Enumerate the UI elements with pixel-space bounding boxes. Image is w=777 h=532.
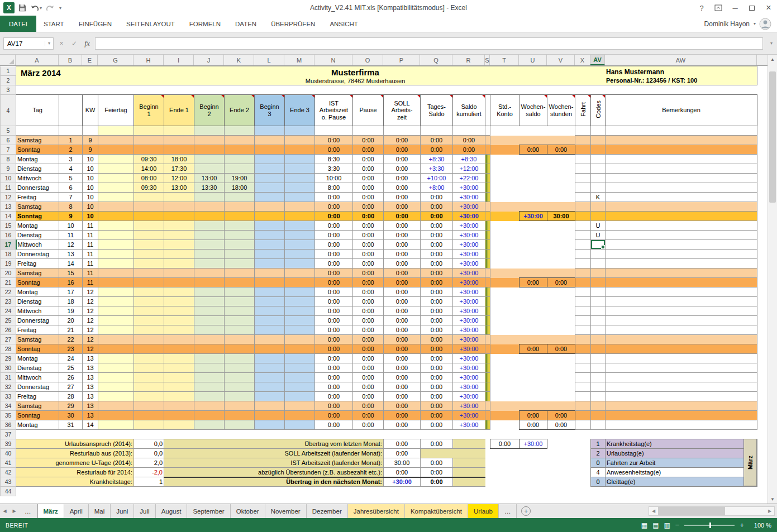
name-box-dropdown-icon[interactable]: ▾ — [45, 41, 53, 46]
bemerkungen-cell[interactable] — [606, 174, 757, 183]
beginn2-cell[interactable] — [194, 297, 225, 306]
progress-stripe-cell[interactable] — [485, 240, 490, 250]
fahrt-cell[interactable] — [575, 136, 591, 145]
ist-cell[interactable]: 0:00 — [315, 335, 353, 344]
tages-saldo-cell[interactable]: +8:30 — [421, 155, 453, 164]
day-name-cell[interactable]: Mittwoch — [16, 306, 59, 316]
fahrt-cell[interactable] — [575, 373, 591, 382]
avatar[interactable] — [759, 18, 771, 30]
cell[interactable] — [575, 477, 591, 487]
std-konto-cell[interactable] — [490, 382, 519, 392]
cell[interactable] — [194, 126, 225, 136]
ende3-cell[interactable] — [285, 411, 315, 420]
ende2-cell[interactable] — [225, 193, 255, 202]
day-name-cell[interactable]: Donnerstag — [16, 183, 59, 193]
row-header-41[interactable]: 41 — [1, 458, 16, 468]
bemerkungen-cell[interactable] — [606, 335, 757, 344]
legend-count[interactable]: 1 — [591, 439, 606, 449]
bemerkungen-cell[interactable] — [606, 420, 757, 430]
summary-right-value1[interactable] — [490, 477, 519, 487]
codes-cell[interactable]: K — [591, 193, 606, 202]
fahrt-cell[interactable] — [575, 202, 591, 212]
ende1-cell[interactable] — [164, 250, 194, 259]
ende1-cell[interactable] — [164, 354, 194, 363]
row-header-37[interactable]: 37 — [1, 430, 16, 439]
wochen-stunden-cell[interactable] — [547, 287, 575, 297]
day-number-cell[interactable]: 11 — [59, 231, 83, 240]
beginn3-cell[interactable] — [255, 306, 285, 316]
beginn1-cell[interactable] — [134, 287, 164, 297]
ende1-cell[interactable] — [164, 240, 194, 250]
day-number-cell[interactable]: 30 — [59, 411, 83, 420]
codes-cell[interactable] — [591, 212, 606, 221]
tages-saldo-cell[interactable]: 0:00 — [421, 221, 453, 231]
pause-cell[interactable]: 0:00 — [353, 212, 384, 221]
feiertag-cell[interactable] — [98, 363, 134, 373]
soll-cell[interactable]: 0:00 — [384, 316, 421, 325]
cell[interactable] — [591, 126, 606, 136]
std-konto-cell[interactable] — [490, 401, 519, 411]
scroll-right-icon[interactable]: ▶ — [765, 509, 774, 514]
ribbon-tab-ansicht[interactable]: ANSICHT — [322, 16, 365, 32]
beginn3-cell[interactable] — [255, 212, 285, 221]
cell[interactable] — [485, 439, 490, 449]
beginn1-cell[interactable] — [134, 212, 164, 221]
tages-saldo-cell[interactable]: 0:00 — [421, 231, 453, 240]
fahrt-cell[interactable] — [575, 382, 591, 392]
ende3-cell[interactable] — [285, 259, 315, 269]
bemerkungen-cell[interactable] — [606, 401, 757, 411]
progress-stripe-cell[interactable] — [485, 401, 490, 411]
pause-cell[interactable]: 0:00 — [353, 231, 384, 240]
soll-cell[interactable]: 0:00 — [384, 145, 421, 155]
cell[interactable] — [547, 126, 575, 136]
table-header-pause[interactable]: Pause — [353, 95, 384, 126]
beginn1-cell[interactable] — [134, 202, 164, 212]
saldo-kumuliert-cell[interactable]: 0:00 — [453, 145, 485, 155]
wochen-stunden-cell[interactable] — [547, 269, 575, 278]
ist-cell[interactable]: 0:00 — [315, 306, 353, 316]
table-header-beginn2[interactable]: Beginn 2 — [194, 95, 225, 126]
day-number-cell[interactable]: 19 — [59, 306, 83, 316]
ende3-cell[interactable] — [285, 316, 315, 325]
ist-cell[interactable]: 0:00 — [315, 363, 353, 373]
zoom-in-icon[interactable]: + — [740, 521, 744, 529]
beginn3-cell[interactable] — [255, 155, 285, 164]
soll-cell[interactable]: 0:00 — [384, 278, 421, 287]
tages-saldo-cell[interactable]: 0:00 — [421, 335, 453, 344]
ende1-cell[interactable]: 13:00 — [164, 183, 194, 193]
soll-cell[interactable]: 0:00 — [384, 174, 421, 183]
day-number-cell[interactable]: 20 — [59, 316, 83, 325]
bemerkungen-cell[interactable] — [606, 373, 757, 382]
kw-cell[interactable]: 12 — [83, 297, 98, 306]
row-header-34[interactable]: 34 — [1, 401, 16, 411]
kw-cell[interactable]: 12 — [83, 287, 98, 297]
ribbon-tab-seitenlayout[interactable]: SEITENLAYOUT — [119, 16, 182, 32]
row-header-10[interactable]: 10 — [1, 174, 16, 183]
feiertag-cell[interactable] — [98, 278, 134, 287]
progress-stripe-cell[interactable] — [485, 231, 490, 240]
bemerkungen-cell[interactable] — [606, 202, 757, 212]
beginn1-cell[interactable] — [134, 392, 164, 401]
bemerkungen-cell[interactable] — [606, 269, 757, 278]
std-konto-cell[interactable] — [490, 373, 519, 382]
undo-dropdown-icon[interactable]: ▾ — [40, 6, 42, 11]
row-header-7[interactable]: 7 — [1, 145, 16, 155]
beginn3-cell[interactable] — [255, 202, 285, 212]
wochen-stunden-cell[interactable] — [547, 174, 575, 183]
kw-cell[interactable]: 9 — [83, 136, 98, 145]
ende2-cell[interactable] — [225, 382, 255, 392]
kw-cell[interactable]: 14 — [83, 420, 98, 430]
sheet-tab-juni[interactable]: Juni — [111, 504, 134, 518]
feiertag-cell[interactable] — [98, 335, 134, 344]
cell[interactable] — [575, 468, 591, 477]
tages-saldo-cell[interactable]: 0:00 — [421, 193, 453, 202]
day-name-cell[interactable]: Freitag — [16, 392, 59, 401]
day-name-cell[interactable]: Montag — [16, 420, 59, 430]
day-number-cell[interactable]: 23 — [59, 344, 83, 354]
ende1-cell[interactable] — [164, 287, 194, 297]
progress-stripe-cell[interactable] — [485, 363, 490, 373]
feiertag-cell[interactable] — [98, 316, 134, 325]
ende1-cell[interactable] — [164, 202, 194, 212]
feiertag-cell[interactable] — [98, 411, 134, 420]
feiertag-cell[interactable] — [98, 183, 134, 193]
